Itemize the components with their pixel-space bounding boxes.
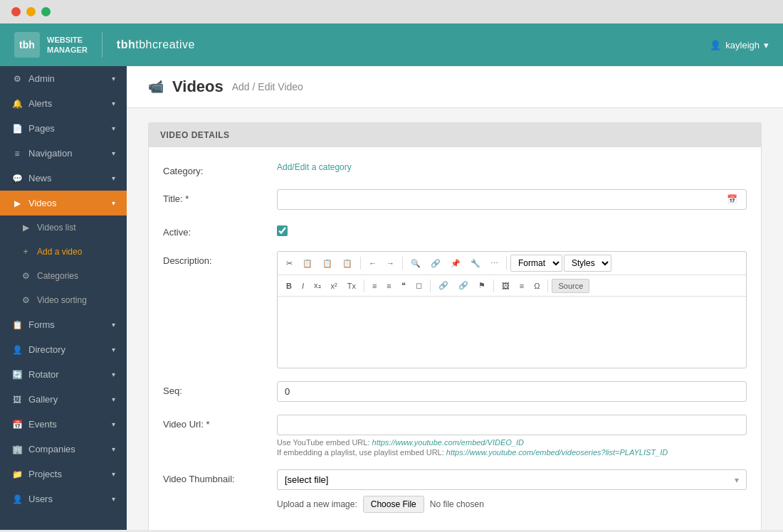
forms-icon: 📋: [11, 320, 23, 330]
description-row: Description: ✂ 📋 📋 📋 ← →: [163, 251, 747, 368]
seq-input[interactable]: [277, 381, 747, 402]
anchor-button[interactable]: 📌: [446, 256, 465, 271]
sidebar-item-video-sorting[interactable]: ⚙ Video sorting: [0, 288, 127, 312]
sidebar-item-alerts[interactable]: 🔔 Alerts ▾: [0, 91, 127, 116]
seq-field: [277, 381, 747, 402]
redo-button[interactable]: →: [382, 256, 399, 270]
file-select[interactable]: [select file] ▾: [277, 469, 747, 490]
sidebar-item-add-video[interactable]: + Add a video: [0, 240, 127, 264]
sidebar-item-navigation[interactable]: ≡ Navigation ▾: [0, 141, 127, 166]
editor-wrapper: ✂ 📋 📋 📋 ← → 🔍 🔗 📌: [277, 251, 747, 368]
sidebar-item-label: Events: [28, 419, 57, 430]
unlink-button[interactable]: 🔗: [454, 278, 473, 293]
logo-text: WEBSITE MANAGER: [47, 35, 88, 55]
minimize-dot[interactable]: [26, 7, 36, 16]
sidebar-item-label: Admin: [28, 73, 55, 84]
cut-button[interactable]: ✂: [282, 256, 297, 271]
video-url-input[interactable]: [277, 415, 747, 435]
sidebar-item-events[interactable]: 📅 Events ▾: [0, 412, 127, 437]
sidebar-item-pages[interactable]: 📄 Pages ▾: [0, 116, 127, 141]
close-dot[interactable]: [11, 7, 21, 16]
page-title: Videos: [172, 78, 224, 96]
user-icon: 👤: [710, 40, 721, 50]
copy-button[interactable]: 📋: [298, 256, 317, 271]
header-divider: [102, 32, 103, 58]
editor-body[interactable]: [278, 297, 746, 368]
superscript-button[interactable]: x²: [327, 279, 342, 293]
description-label: Description:: [163, 251, 277, 266]
category-field: Add/Edit a category: [277, 161, 747, 172]
subscript-button[interactable]: x₂: [310, 278, 325, 293]
upload-label: Upload a new image:: [277, 499, 357, 509]
video-url-help1: Use YouTube embed URL: https://www.youtu…: [277, 438, 747, 447]
image-button[interactable]: 🖼: [498, 279, 514, 293]
align-button[interactable]: ≡: [515, 279, 528, 293]
rotator-icon: 🔄: [11, 370, 23, 380]
sidebar: ⚙ Admin ▾ 🔔 Alerts ▾ 📄 Pages ▾ ≡ Navigat…: [0, 66, 127, 530]
more-button[interactable]: ⋯: [486, 256, 503, 271]
choose-file-button[interactable]: Choose File: [363, 496, 424, 513]
find-button[interactable]: 🔍: [406, 256, 425, 271]
upload-row: Upload a new image: Choose File No file …: [277, 496, 747, 513]
ol-button[interactable]: ≡: [368, 279, 381, 293]
settings-button[interactable]: 🔧: [466, 256, 485, 271]
sidebar-item-label: News: [28, 173, 52, 183]
bold-button[interactable]: B: [282, 279, 296, 293]
video-sorting-icon: ⚙: [20, 295, 31, 305]
styles-select[interactable]: Styles: [564, 255, 611, 272]
add-edit-category-link[interactable]: Add/Edit a category: [277, 162, 352, 172]
projects-icon: 📁: [11, 469, 23, 479]
clear-format-button[interactable]: Tx: [343, 279, 360, 293]
page-header: 📹 Videos Add / Edit Video: [127, 66, 783, 108]
sidebar-item-label: Projects: [28, 469, 62, 479]
flag-button[interactable]: ⚑: [474, 278, 490, 293]
companies-icon: 🏢: [11, 445, 23, 454]
sidebar-item-projects[interactable]: 📁 Projects ▾: [0, 462, 127, 486]
sidebar-item-forms[interactable]: 📋 Forms ▾: [0, 312, 127, 337]
toolbar-separator: [364, 280, 364, 292]
alerts-icon: 🔔: [11, 99, 23, 109]
sidebar-item-label: Gallery: [28, 394, 58, 405]
file-select-placeholder: [select file]: [285, 474, 328, 485]
ul-button[interactable]: ≡: [382, 279, 395, 293]
chevron-down-icon: ▾: [112, 495, 115, 503]
sidebar-item-admin[interactable]: ⚙ Admin ▾: [0, 66, 127, 91]
active-field: [277, 223, 747, 238]
sidebar-item-label: Video sorting: [37, 295, 87, 305]
sidebar-item-label: Alerts: [28, 98, 52, 109]
link2-button[interactable]: 🔗: [434, 278, 453, 293]
blockquote-button[interactable]: ❝: [397, 278, 410, 293]
paste-text-button[interactable]: 📋: [338, 256, 357, 271]
source-button[interactable]: Source: [552, 279, 589, 293]
sidebar-item-gallery[interactable]: 🖼 Gallery ▾: [0, 387, 127, 412]
expand-dot[interactable]: [41, 7, 51, 16]
sidebar-item-videos-list[interactable]: ▶ Videos list: [0, 216, 127, 240]
sidebar-item-directory[interactable]: 👤 Directory ▾: [0, 337, 127, 362]
logo-box: tbh: [14, 32, 40, 58]
chevron-down-icon: ▾: [112, 199, 115, 207]
title-input[interactable]: [277, 189, 747, 210]
italic-button[interactable]: I: [298, 279, 308, 293]
sidebar-item-label: Categories: [37, 271, 78, 281]
sidebar-item-users[interactable]: 👤 Users ▾: [0, 486, 127, 511]
sidebar-item-videos[interactable]: ▶ Videos ▾: [0, 191, 127, 216]
undo-button[interactable]: ←: [364, 256, 381, 270]
navigation-icon: ≡: [11, 149, 23, 159]
sidebar-item-news[interactable]: 💬 News ▾: [0, 166, 127, 191]
active-checkbox[interactable]: [277, 225, 288, 236]
header-user[interactable]: 👤 kayleigh ▾: [710, 40, 769, 50]
chevron-down-icon: ▾: [112, 445, 115, 453]
link-button[interactable]: 🔗: [426, 256, 445, 271]
sidebar-item-rotator[interactable]: 🔄 Rotator ▾: [0, 362, 127, 387]
format-select[interactable]: Format: [510, 255, 562, 272]
sidebar-item-categories[interactable]: ⚙ Categories: [0, 264, 127, 288]
select-arrow-icon: ▾: [735, 475, 739, 485]
category-row: Category: Add/Edit a category: [163, 161, 747, 176]
special-char-button[interactable]: Ω: [530, 279, 544, 293]
sidebar-item-companies[interactable]: 🏢 Companies ▾: [0, 437, 127, 462]
paste-button[interactable]: 📋: [318, 256, 337, 271]
chevron-down-icon: ▾: [112, 346, 115, 353]
chevron-down-icon: ▾: [112, 100, 115, 107]
table-button[interactable]: ◻: [411, 278, 426, 293]
logo-area: tbh WEBSITE MANAGER: [14, 32, 88, 58]
